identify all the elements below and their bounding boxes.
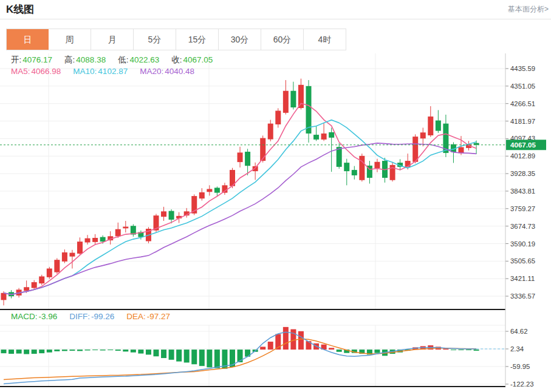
kline-widget: K线图 基本面分析> 日周月5分15分30分60分4时 开:4076.17高:4… xyxy=(0,0,551,392)
price-tick-label: 3505.65 xyxy=(510,257,535,265)
candle-body xyxy=(283,91,289,113)
macd-axis-labels: 64.622.34-59.95-122.23 xyxy=(510,328,534,388)
candle-body xyxy=(290,91,296,107)
macd-bar xyxy=(115,350,121,351)
macd-bar xyxy=(184,350,190,362)
ma-readout: MA5:4066.98MA10:4102.87MA20:4040.48 xyxy=(11,67,194,76)
candle-body xyxy=(420,132,426,138)
tab-日[interactable]: 日 xyxy=(7,29,49,50)
macd-bar xyxy=(337,350,342,352)
price-tick-label: 3590.19 xyxy=(510,240,535,248)
ma5-line xyxy=(4,104,476,295)
macd-bar xyxy=(459,350,464,350)
price-tick-label: 3674.73 xyxy=(510,223,535,230)
candle-body xyxy=(412,137,418,162)
candle-body xyxy=(352,170,357,175)
price-tick-label: 4435.59 xyxy=(510,65,535,72)
tab-15分[interactable]: 15分 xyxy=(176,29,219,50)
candle-body xyxy=(77,242,83,254)
candle-body xyxy=(32,282,37,288)
price-tick-label: 3759.27 xyxy=(510,205,535,212)
price-tick-label: 4266.51 xyxy=(510,100,535,107)
candle-body xyxy=(260,138,265,161)
price-axis-labels: 4435.594351.054266.514181.974097.434012.… xyxy=(510,65,535,300)
candle-body xyxy=(100,237,106,242)
macd-bar xyxy=(54,350,60,351)
macd-bar xyxy=(169,350,174,360)
macd-bar xyxy=(123,350,128,351)
ohlc-open: 开:4076.17 xyxy=(11,55,52,66)
macd-bar xyxy=(207,350,212,367)
macd-bar xyxy=(260,346,265,350)
candle-body xyxy=(238,152,243,162)
macd-tick-label: 64.62 xyxy=(510,328,528,335)
candle-body xyxy=(39,276,44,283)
candle-body xyxy=(169,211,174,220)
macd-bar xyxy=(85,350,91,350)
ma-ma5: MA5:4066.98 xyxy=(11,67,61,76)
tab-60分[interactable]: 60分 xyxy=(261,29,304,50)
tab-5分[interactable]: 5分 xyxy=(134,29,176,50)
macd-bar xyxy=(131,350,136,353)
macd-bar xyxy=(199,350,205,366)
macd-bar xyxy=(16,350,22,354)
macd-bar xyxy=(154,350,159,356)
candle-body xyxy=(268,124,273,140)
macd-bar xyxy=(39,350,44,353)
candle-body xyxy=(24,287,29,291)
macd-bar xyxy=(32,350,37,354)
tab-周[interactable]: 周 xyxy=(49,29,91,50)
candle-body xyxy=(161,211,166,217)
macd-bar xyxy=(100,350,106,350)
candle-body xyxy=(306,86,312,133)
ohlc-close: 收:4067.05 xyxy=(171,55,213,66)
macd-tick-label: -122.23 xyxy=(510,380,534,388)
macd-bar xyxy=(77,350,83,351)
macd-bar xyxy=(466,350,471,350)
price-tick-label: 3843.81 xyxy=(510,188,535,195)
price-tick-label: 3336.57 xyxy=(510,292,535,300)
ma10-line xyxy=(4,120,476,295)
candle-body xyxy=(321,133,327,140)
candle-body xyxy=(69,253,75,257)
macd-bar xyxy=(24,350,29,354)
macd-diff: DIFF:-99.26 xyxy=(69,312,114,321)
candle-body xyxy=(359,156,364,180)
candle-body xyxy=(199,192,205,198)
candle-body xyxy=(329,132,334,138)
macd-bar xyxy=(298,331,304,350)
candle-body xyxy=(92,238,98,242)
macd-bar xyxy=(451,350,456,350)
candle-body xyxy=(214,188,220,192)
macd-readout: MACD:-3.96DIFF:-99.26DEA:-97.27 xyxy=(11,312,170,321)
macd-bar xyxy=(92,350,98,350)
tab-4时[interactable]: 4时 xyxy=(304,29,346,50)
candle-body xyxy=(1,293,7,300)
tab-30分[interactable]: 30分 xyxy=(219,29,261,50)
price-tick-label: 3421.11 xyxy=(510,275,535,282)
macd-dea: DEA:-97.27 xyxy=(126,312,170,321)
macd-tick-label: -59.95 xyxy=(510,363,530,370)
macd-bar xyxy=(161,350,166,358)
candle-body xyxy=(115,229,121,237)
period-tab-bar: 日周月5分15分30分60分4时 xyxy=(6,29,346,50)
tab-月[interactable]: 月 xyxy=(91,29,134,50)
macd-bar xyxy=(374,350,380,353)
candle-body xyxy=(47,269,52,277)
candle-body xyxy=(428,117,433,135)
price-tick-label: 4181.97 xyxy=(510,118,535,125)
macd-bar xyxy=(268,342,273,350)
macd-tick-label: 2.34 xyxy=(510,345,524,353)
macd-bar xyxy=(474,350,479,351)
macd-bar xyxy=(9,350,14,354)
macd-bar xyxy=(108,350,113,350)
ma-ma10: MA10:4102.87 xyxy=(73,67,128,76)
candle-body xyxy=(313,135,319,140)
ma-ma20: MA20:4040.48 xyxy=(140,67,194,76)
candle-body xyxy=(207,189,212,192)
candle-body xyxy=(374,162,380,168)
price-tick-label: 3928.35 xyxy=(510,170,535,177)
candle-body xyxy=(54,260,60,272)
ohlc-high: 高:4088.38 xyxy=(64,55,106,66)
macd-bar xyxy=(176,350,182,362)
